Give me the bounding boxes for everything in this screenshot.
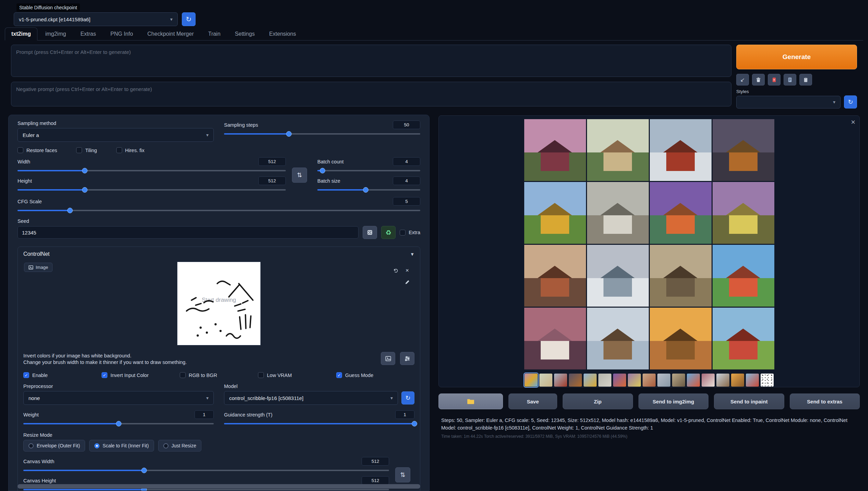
gallery-thumbnail[interactable] [746, 374, 759, 387]
guidance-strength-value[interactable]: 1 [395, 410, 414, 419]
gallery-thumbnail[interactable] [525, 374, 538, 387]
swap-canvas-dimensions-button[interactable]: ⇅ [395, 467, 410, 482]
gallery-image[interactable] [587, 308, 649, 369]
zip-button[interactable]: Zip [563, 393, 633, 409]
open-image-button[interactable] [381, 352, 395, 365]
send-to-img2img-button[interactable]: Send to img2img [638, 393, 709, 409]
clear-prompt-button[interactable] [752, 74, 765, 85]
low-vram-checkbox[interactable]: Low VRAM [258, 372, 336, 378]
bottom-scrollbar[interactable] [17, 484, 420, 489]
sampling-steps-value[interactable]: 50 [393, 121, 420, 129]
refresh-styles-button[interactable]: ↻ [844, 95, 857, 109]
gallery-thumbnail[interactable] [613, 374, 626, 387]
clear-image-button[interactable]: × [403, 267, 411, 274]
weight-value[interactable]: 1 [195, 410, 214, 419]
brush-tool-button[interactable] [403, 278, 411, 286]
seed-input[interactable] [17, 226, 359, 239]
gallery-thumbnail[interactable] [539, 374, 552, 387]
gallery-thumbnail[interactable] [702, 374, 715, 387]
send-to-inpaint-button[interactable]: Send to inpaint [714, 393, 784, 409]
gallery-thumbnail[interactable] [584, 374, 597, 387]
random-seed-button[interactable] [363, 226, 377, 239]
save-style-button[interactable] [784, 74, 796, 85]
invert-input-color-checkbox[interactable]: Invert Input Color [102, 372, 180, 378]
enable-checkbox[interactable]: Enable [23, 372, 102, 378]
gallery-image[interactable] [713, 182, 774, 244]
gallery-thumbnail[interactable] [672, 374, 685, 387]
style-card-button[interactable] [768, 74, 781, 85]
hires-fix-checkbox[interactable]: Hires. fix [116, 147, 144, 153]
gallery-image[interactable] [524, 119, 586, 181]
canvas-settings-button[interactable] [400, 352, 414, 365]
canvas-height-value[interactable]: 512 [362, 476, 389, 485]
gallery-thumbnail[interactable] [731, 374, 744, 387]
gallery-image[interactable] [650, 245, 712, 307]
tab-settings[interactable]: Settings [228, 27, 261, 41]
tab-extensions[interactable]: Extensions [262, 27, 302, 41]
restore-faces-checkbox[interactable]: Restore faces [17, 147, 57, 153]
styles-dropdown[interactable]: ▾ [736, 96, 841, 109]
send-to-extras-button[interactable]: Send to extras [790, 393, 860, 409]
seed-extra-checkbox[interactable]: Extra [400, 230, 420, 236]
tab-train[interactable]: Train [202, 27, 227, 41]
resize-scale-to-fit-radio[interactable]: Scale to Fit (Inner Fit) [89, 440, 154, 452]
model-dropdown[interactable]: control_scribble-fp16 [c508311e] ▾ [224, 391, 398, 405]
cfg-scale-value[interactable]: 5 [393, 197, 420, 206]
gallery-image[interactable] [524, 182, 586, 244]
reuse-seed-button[interactable]: ♻ [381, 226, 396, 239]
gallery-image[interactable] [587, 245, 649, 307]
width-slider[interactable] [17, 168, 286, 174]
height-slider[interactable] [17, 187, 286, 193]
width-value[interactable]: 512 [258, 157, 286, 166]
sampling-method-dropdown[interactable]: Euler a ▾ [17, 128, 214, 142]
controlnet-accordion-header[interactable]: ControlNet ▼ [18, 247, 420, 261]
guidance-strength-slider[interactable] [224, 421, 414, 427]
batch-size-slider[interactable] [317, 187, 420, 193]
tab-png-info[interactable]: PNG Info [104, 27, 140, 41]
gallery-thumbnail[interactable] [554, 374, 567, 387]
gallery-thumbnail[interactable] [687, 374, 700, 387]
generate-button[interactable]: Generate [736, 45, 857, 69]
rgb-to-bgr-checkbox[interactable]: RGB to BGR [180, 372, 258, 378]
open-output-folder-button[interactable] [438, 393, 503, 409]
gallery-image[interactable] [650, 119, 712, 181]
gallery-image[interactable] [713, 119, 774, 181]
gallery-image[interactable] [650, 182, 712, 244]
gallery-image[interactable] [524, 245, 586, 307]
height-value[interactable]: 512 [258, 176, 286, 185]
gallery-thumbnail[interactable] [598, 374, 611, 387]
tab-extras[interactable]: Extras [74, 27, 102, 41]
apply-style-button[interactable] [799, 74, 812, 85]
gallery-image[interactable] [587, 119, 649, 181]
gallery-image[interactable] [713, 245, 774, 307]
tab-checkpoint-merger[interactable]: Checkpoint Merger [141, 27, 200, 41]
canvas-width-value[interactable]: 512 [362, 457, 389, 466]
refresh-checkpoint-button[interactable]: ↻ [182, 12, 196, 26]
prompt-input[interactable] [11, 45, 731, 77]
swap-dimensions-button[interactable]: ⇅ [292, 168, 307, 183]
gallery-thumbnail[interactable] [643, 374, 656, 387]
preprocessor-dropdown[interactable]: none ▾ [23, 391, 214, 405]
negative-prompt-input[interactable] [11, 82, 731, 106]
gallery-thumbnail[interactable] [628, 374, 641, 387]
gallery-image[interactable] [650, 308, 712, 369]
tiling-checkbox[interactable]: Tiling [76, 147, 97, 153]
read-params-button[interactable]: ↙ [736, 74, 749, 85]
gallery-image[interactable] [713, 308, 774, 369]
gallery-thumbnail[interactable] [569, 374, 582, 387]
undo-button[interactable] [392, 267, 399, 274]
cfg-scale-slider[interactable] [17, 207, 420, 214]
resize-just-resize-radio[interactable]: Just Resize [158, 440, 201, 452]
gallery-image[interactable] [524, 308, 586, 369]
drawing-canvas[interactable]: Start drawing [177, 262, 260, 345]
checkpoint-dropdown[interactable]: v1-5-pruned.ckpt [e1441589a6] ▾ [14, 12, 178, 26]
close-gallery-button[interactable]: × [851, 118, 855, 127]
batch-size-value[interactable]: 4 [393, 176, 420, 185]
guess-mode-checkbox[interactable]: Guess Mode [336, 372, 414, 378]
tab-img2img[interactable]: img2img [39, 27, 72, 41]
batch-count-slider[interactable] [317, 168, 420, 174]
image-tab[interactable]: Image [24, 263, 52, 272]
weight-slider[interactable] [23, 421, 214, 427]
batch-count-value[interactable]: 4 [393, 157, 420, 166]
sampling-steps-slider[interactable] [224, 131, 420, 137]
